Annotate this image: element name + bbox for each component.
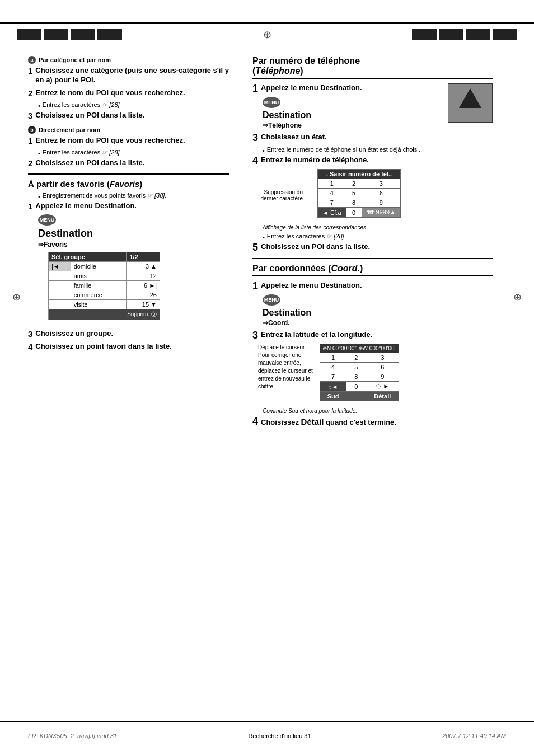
crosshair-center: ⊕ [263, 29, 271, 41]
tel-cell: 7 [318, 198, 346, 208]
telephone-bullet3a: • Entrez le numéro de téléphone si un ét… [263, 146, 493, 154]
step-text: Choisissez une catégorie (puis une sous-… [35, 66, 229, 85]
telephone-step4: 4 Entrez le numéro de téléphone. [252, 156, 493, 166]
step-text: Entrez le nom du POI que vous recherchez… [35, 136, 185, 145]
step-num: 3 [252, 330, 258, 340]
tel-row-3: 7 8 9 [318, 198, 401, 208]
fav-row-visite: visite 15 ▼ [49, 299, 160, 309]
header-block-3 [71, 29, 95, 40]
step-num: 1 [28, 201, 32, 211]
page-border-top [0, 22, 534, 24]
telephone-step3: 3 Choisissez un état. [252, 133, 493, 143]
ref-icon: ☞ [28] [326, 233, 344, 240]
tel-row-2: 4 5 6 [318, 189, 401, 198]
step-content: Choisissez un POI dans la liste. [261, 242, 370, 252]
coord-cell: 6 [366, 363, 399, 372]
section-b-bullet1a: • Entrez les caractères ☞ [28] [38, 149, 229, 157]
favoris-bullet1: • Enregistrement de vous points favoris … [38, 192, 229, 200]
coord-row-3: 7 8 9 [320, 372, 399, 382]
step-num: 1 [252, 83, 258, 93]
step-num: 1 [252, 281, 258, 291]
ref-icon: ☞ [28] [102, 149, 119, 156]
coord-table-wrapper: ⊕N 00°00'00" ⊕W 000°00'00" 1 2 3 4 5 6 [320, 344, 399, 405]
section-divider-favoris [28, 173, 229, 175]
fav-count: 3 ▲ [127, 261, 160, 271]
section-b-title: Directement par nom [39, 126, 100, 133]
crosshair-right-icon: ⊕ [513, 291, 522, 303]
step-content: Appelez le menu Destination. [35, 201, 137, 211]
coord-table: ⊕N 00°00'00" ⊕W 000°00'00" 1 2 3 4 5 6 [320, 344, 399, 401]
step-num: 2 [28, 158, 32, 168]
section-b-step2: 2 Choisissez un POI dans la liste. [28, 158, 229, 168]
fav-label: commerce [71, 290, 127, 299]
coord-footer-detail: Détail [366, 392, 399, 401]
favoris-step3: 3 Choisissez un groupe. [28, 329, 229, 339]
fav-header-count: 1/2 [127, 252, 160, 261]
favoris-table: Sél. groupe 1/2 |◄ domicile 3 ▲ amis 12 [48, 252, 160, 320]
coord-cell: 7 [320, 372, 346, 382]
section-a-step2: 2 Entrez le nom du POI que vous recherch… [28, 88, 229, 98]
step-content: Entrez la latitude et la longitude. [261, 330, 372, 340]
fav-count: 6 ►| [127, 280, 160, 290]
coord-cell-right: ◌ ► [366, 382, 399, 392]
coord-cell-nav: ↕◄ [320, 382, 346, 392]
tel-desc-left: Suppression du dernier caractère [258, 169, 303, 201]
fav-label: amis [71, 271, 127, 280]
telephone-step1: 1 Appelez le menu Destination. [252, 83, 442, 93]
ref-icon: ☞ [28] [102, 101, 119, 108]
step-content: Appelez le menu Destination. [261, 83, 362, 93]
coord-footer-row: Sud Détail [320, 392, 399, 401]
fav-count: 26 [127, 290, 160, 299]
bullet-text: Entrez les caractères ☞ [28] [267, 233, 344, 240]
coord-cell: 4 [320, 363, 346, 372]
nav-arrow-icon [459, 88, 481, 108]
header-block-7 [466, 29, 490, 40]
fav-nav-left [49, 290, 71, 299]
arrow-sym: ⇒Coord. [263, 319, 290, 327]
tel-cell: 8 [346, 198, 362, 208]
fav-label: domicile [71, 261, 127, 271]
tel-row-1: 1 2 3 [318, 179, 401, 189]
telephone-step5: 5 Choisissez un POI dans la liste. [252, 242, 493, 252]
coord-cell: 0 [346, 382, 366, 392]
footer-area: FR_KDNX505_2_navi[J].indd 31 Recherche d… [0, 732, 534, 739]
coord-table-area: Déplace le curseur. Pour corriger une ma… [258, 344, 493, 405]
bullet-text: Entrez les caractères ☞ [28] [43, 149, 120, 156]
coord-step4: 4 Choisissez Détail quand c'est terminé. [252, 416, 493, 428]
arrow-sym: ⇒Favoris [38, 241, 68, 248]
footer-filename: FR_KDNX505_2_navi[J].indd 31 [28, 732, 117, 739]
step-num: 2 [28, 88, 32, 98]
header-block-4 [97, 29, 122, 40]
tel-cell: 4 [318, 189, 346, 198]
section-a: a Par catégorie et par nom 1 Choisissez … [28, 56, 229, 120]
coord-step2: Destination ⇒Coord. [263, 308, 493, 327]
tel-cell: 0 [346, 208, 362, 218]
coord-desc-right: Commute Sud et nord pour la latitude. [263, 408, 493, 414]
step-num: 3 [28, 111, 32, 120]
tel-header-title: - Saisir numéro de tél.- [318, 170, 401, 179]
tel-cell: 9 [362, 198, 400, 208]
favoris-title: À partir des favoris (Favoris) [28, 179, 229, 189]
tel-cell: 1 [318, 179, 346, 189]
fav-label: famille [71, 280, 127, 290]
step-text: Choisissez un POI dans la liste. [35, 158, 144, 168]
fav-row-domicile: |◄ domicile 3 ▲ [49, 261, 160, 271]
fav-footer-label: Supprim. ⓪ [49, 309, 160, 320]
menu-button-telephone: MENU [263, 97, 280, 108]
fav-header-label: Sél. groupe [49, 252, 127, 261]
bullet-dot: • [38, 102, 40, 109]
header-block-1 [17, 29, 41, 40]
tel-row-4: ◄ Ef.a 0 ☎ 9999▲ [318, 208, 401, 218]
coord-row-4: ↕◄ 0 ◌ ► [320, 382, 399, 392]
bullet-text: Entrez les caractères ☞ [28] [43, 101, 120, 109]
circle-icon-a: a [28, 56, 36, 64]
coord-step3: 3 Entrez la latitude et la longitude. [252, 330, 493, 340]
coord-footer-mid [346, 392, 366, 401]
favoris-step1: 1 Appelez le menu Destination. [28, 201, 229, 211]
coord-cell: 8 [346, 372, 366, 382]
favoris-table-area: Sél. groupe 1/2 |◄ domicile 3 ▲ amis 12 [38, 252, 229, 325]
page-border-bottom [0, 721, 534, 722]
favoris-step2: Destination ⇒Favoris [38, 228, 229, 248]
section-favoris: À partir des favoris (Favoris) • Enregis… [28, 179, 229, 351]
menu-button-coord: MENU [263, 294, 280, 306]
